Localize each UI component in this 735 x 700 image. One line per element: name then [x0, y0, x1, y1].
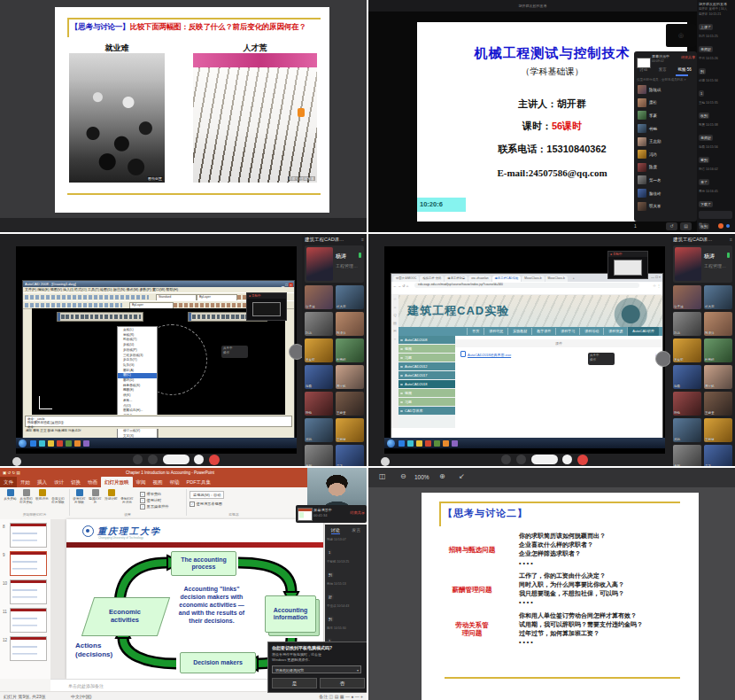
participant-tile[interactable]: 王静雯 [336, 392, 364, 416]
chat-toolbar-icons[interactable]: ▤ ☺ [699, 222, 707, 226]
zoom-in-icon[interactable]: ⊕ [439, 472, 445, 480]
camera-button[interactable] [148, 455, 158, 464]
participant-tile[interactable]: 陈泽洋 [704, 312, 732, 336]
browser-tab[interactable]: 中国大学MOOC [393, 276, 419, 282]
toolbar-grip[interactable] [58, 313, 60, 321]
ribbon-checkbox[interactable]: ✓使用计时 [140, 497, 169, 503]
participant-tile[interactable]: 高翔 [673, 445, 701, 466]
taskbar-app-icon[interactable] [398, 440, 405, 447]
site-nav-item[interactable]: 课程学习 [555, 328, 579, 335]
taskbar-app-icon[interactable] [66, 440, 72, 447]
course-menu-item[interactable]: AutoCAD2012 [398, 362, 455, 370]
windows-taskbar[interactable] [16, 438, 297, 448]
taskbar-app-icon[interactable] [452, 440, 458, 447]
slide-thumbnail[interactable]: 12 [0, 636, 50, 661]
participant-tile[interactable]: 吴金明 [305, 338, 333, 362]
ribbon-tab[interactable]: 视图 [150, 477, 166, 487]
url-field[interactable]: edu.xagc.edu.cn/mod/jsp/course/house/ind… [414, 283, 639, 288]
chat-tab[interactable]: 发言 [352, 527, 360, 534]
fit-page-icon[interactable]: ↙ [459, 472, 465, 480]
browser-tab[interactable]: MoocClass-b [545, 276, 568, 282]
member-row[interactable]: 陈康 [634, 161, 697, 175]
ribbon-button[interactable]: 从当前幻灯片开始 [19, 489, 34, 504]
taskbar-app-icon[interactable] [30, 440, 36, 447]
site-nav-item[interactable]: AutoCAD软件 [627, 327, 659, 336]
participant-tile[interactable]: 周宇航 [336, 365, 364, 389]
site-nav-item[interactable]: 课程信息 [484, 328, 507, 335]
taskbar-app-icon[interactable] [443, 440, 449, 447]
participant-tile[interactable]: 于飞 [704, 445, 732, 466]
end-call-button[interactable] [577, 455, 588, 465]
stop-share-button[interactable]: 结束共享 [681, 55, 695, 59]
participant-tile[interactable]: 郑凯 [305, 418, 333, 442]
command-line[interactable]: 命令: _circle 指定圆的半径或 [直径(D)]: 命令: [25, 416, 292, 427]
course-menu-item[interactable]: 视频 [398, 345, 455, 353]
camera-button[interactable] [516, 455, 526, 464]
file-link[interactable]: AutoCAD2018经典界面.exe [468, 353, 511, 357]
participant-tile[interactable]: 孙悦 [673, 392, 701, 416]
participant-tile[interactable]: 唐子涵 [673, 285, 701, 309]
ribbon-button[interactable]: 自定义幻灯片放映 [50, 489, 66, 504]
window-controls[interactable]: — □ × [651, 275, 661, 279]
browser-menu-icons[interactable]: ☆ ⋮ [653, 284, 661, 288]
network-indicator[interactable] [12, 457, 21, 466]
participant-tile[interactable]: 刘北 [305, 312, 333, 336]
live-panel-tab[interactable]: 视频·56 [677, 67, 692, 72]
live-panel-tab[interactable]: 讨论 [639, 67, 647, 72]
participant-tile[interactable]: 程雨晴 [704, 338, 732, 362]
participant-tile[interactable]: 唐子涵 [305, 285, 333, 309]
member-row[interactable]: 李豪 [634, 109, 697, 122]
member-row[interactable]: 王志励 [634, 135, 697, 148]
app-taskbar-icon[interactable] [726, 224, 730, 228]
participant-tile[interactable]: 高翔 [305, 445, 333, 466]
member-row[interactable]: 黎佳玲 [634, 187, 697, 200]
ribbon-tab[interactable]: 动画 [84, 477, 101, 487]
ribbon-tab[interactable]: 帮助 [166, 477, 183, 487]
live-panel-tab[interactable]: 发言 [659, 67, 667, 72]
yes-button[interactable]: 是 [272, 678, 317, 688]
dialog-dropdown[interactable]: 切换前始终询问我 [272, 665, 361, 673]
stop-share-button[interactable]: 结束共享 [350, 510, 365, 515]
presenter-camera-off-tile[interactable]: ◎ [666, 24, 696, 47]
browser-tab[interactable]: 模拟工程·资料 [420, 276, 444, 282]
ribbon-button[interactable]: 排练计时 [104, 489, 119, 501]
taskbar-app-icon[interactable] [434, 440, 440, 447]
collapse-icon[interactable]: ≡ [730, 237, 732, 242]
share-button[interactable] [163, 455, 190, 464]
quick-access-toolbar[interactable]: ▣ ↺ ↻ ▤ [3, 471, 20, 475]
ribbon-checkbox[interactable]: ✓播放旁白 [140, 491, 169, 497]
drawing-canvas[interactable]: 直线(L)射线(R)构造线(T)多线(U)多段线(P)三维多段线(3)多边形(Y… [32, 308, 285, 415]
ribbon-tab[interactable]: 审阅 [133, 477, 150, 487]
mic-button[interactable] [501, 455, 511, 464]
participant-tile[interactable]: 刘北 [673, 312, 701, 336]
site-nav-item[interactable]: 实验教材 [507, 328, 531, 335]
browser-tab[interactable]: MoocClass-b [522, 276, 544, 282]
slide-thumbnail[interactable]: 8 [0, 523, 50, 548]
course-menu-item[interactable]: AutoCAD2018 [398, 380, 455, 388]
site-nav-item[interactable]: 课程活动 [579, 328, 603, 335]
browser-taskbar-icon[interactable] [718, 223, 723, 229]
browser-nav-icons[interactable]: ← → ↺ ⌂ [393, 284, 408, 288]
participant-tile[interactable]: 赵磊 [673, 365, 701, 389]
members-button[interactable] [562, 455, 572, 464]
collapse-icon[interactable]: ≡ [361, 237, 364, 242]
taskbar-app-icon[interactable] [416, 440, 422, 447]
ribbon-tab[interactable]: 文件 [0, 477, 17, 487]
chat-input[interactable] [699, 211, 732, 219]
member-row[interactable]: 明大富 [634, 199, 697, 213]
network-indicator[interactable] [381, 457, 390, 466]
site-nav-item[interactable]: 首页 [467, 328, 484, 335]
taskbar-app-icon[interactable] [57, 440, 63, 447]
active-speaker-tile[interactable]: 杨涛 工程管理… [673, 245, 732, 283]
autocad-statusbar[interactable]: 捕捉 栅格 正交 极轴 对象捕捉 对象追踪 [23, 429, 294, 432]
ribbon-button[interactable]: 从头开始 [3, 489, 18, 501]
layout-icon[interactable]: ▤ [680, 222, 692, 230]
member-row[interactable]: 书畅 [634, 122, 697, 136]
browser-tab[interactable]: 建筑工程CAD实验 [492, 276, 522, 282]
ribbon-tab[interactable]: 幻灯片放映 [101, 477, 133, 487]
site-nav-item[interactable]: 教学课件 [531, 328, 555, 335]
participant-tile[interactable]: 于飞 [336, 445, 364, 466]
ribbon-button[interactable]: 联机演示 [35, 489, 50, 501]
participant-tile[interactable]: 王静雯 [704, 392, 732, 416]
ribbon-tab[interactable]: 切换 [67, 477, 84, 487]
